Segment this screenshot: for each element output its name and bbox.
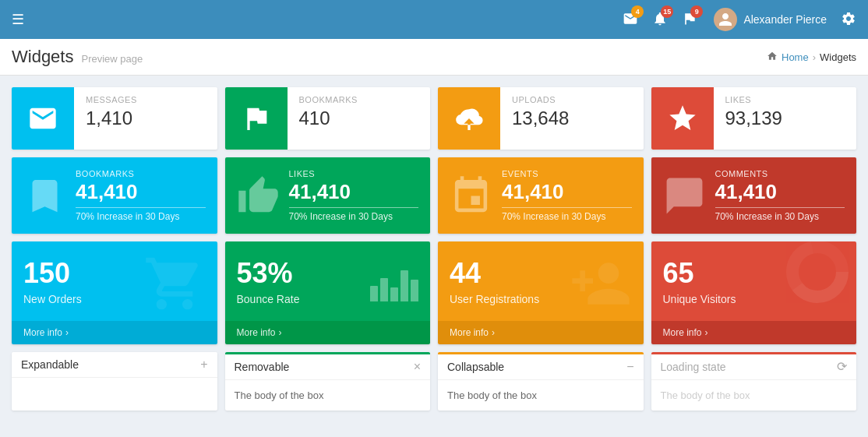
uploads-icon [453,103,485,134]
thumbsup-big-icon [237,174,280,217]
settings-icon-wrapper[interactable] [841,11,856,29]
card-orders: 150 New Orders More info › [12,241,217,344]
bookmarks-content: BOOKMARKS 410 [288,87,431,150]
visitors-more-info: More info [663,327,702,338]
bar-2 [380,278,388,301]
likes-icon-area [651,87,714,150]
user-menu[interactable]: Alexander Pierce [714,8,827,31]
expandable-title: Expandable [21,358,79,371]
header-icons: 4 15 9 Alexander Pierce [619,7,856,33]
app-header: ☰ 4 15 9 Alexander Pierce [0,0,868,39]
removable-body: The body of the box [225,380,431,411]
pie-bg-icon [786,241,849,305]
visitors-footer[interactable]: More info › [651,321,857,344]
messages-value: 1,410 [86,107,206,129]
envelope-icon [27,103,58,134]
likes-content: LIKES 93,139 [714,87,857,150]
colored-likes-label: LIKES [289,169,419,178]
orders-arrow: › [65,327,69,338]
colored-likes-sub: 70% Increase in 30 Days [289,211,419,222]
calendar-big-icon [450,174,492,217]
removable-header: Removable × [225,352,431,380]
colored-bookmarks-sub: 70% Increase in 30 Days [76,211,206,222]
expandable-header: Expandable + [12,352,217,378]
username-label: Alexander Pierce [743,13,827,26]
bookmarks-icon [241,103,272,134]
bounce-footer[interactable]: More info › [225,321,431,344]
collapsable-title: Collapsable [447,361,504,373]
collapsable-body: The body of the box [438,380,644,411]
bell-icon-wrapper[interactable]: 15 [648,7,672,33]
stat-row-1: MESSAGES 1,410 BOOKMARKS 410 UPLOADS 13,… [12,87,856,150]
colored-bookmarks-value: 41,410 [76,180,206,208]
colored-comments-sub: 70% Increase in 30 Days [715,211,845,222]
orders-footer[interactable]: More info › [12,321,217,344]
colored-bookmarks-content: BOOKMARKS 41,410 70% Increase in 30 Days [76,169,206,222]
colored-comments-content: COMMENTS 41,410 70% Increase in 30 Days [715,169,845,222]
orders-more-info: More info [23,327,62,338]
bookmark-big-icon [23,174,66,217]
home-icon [767,51,778,64]
bookmarks-value: 410 [299,107,419,129]
removable-title: Removable [235,361,290,373]
flag-icon-wrapper[interactable]: 9 [678,7,701,33]
loading-header: Loading state ⟳ [651,352,857,380]
likes-label: LIKES [725,95,845,104]
uploads-value: 13,648 [512,107,632,129]
messages-content: MESSAGES 1,410 [74,87,217,150]
bar-1 [370,286,378,301]
colored-likes-value: 41,410 [289,180,419,208]
colored-events-content: EVENTS 41,410 70% Increase in 30 Days [502,169,632,222]
likes-value: 93,139 [725,107,845,129]
loading-title: Loading state [661,361,726,373]
cart-bg-icon [143,252,206,317]
box-removable: Removable × The body of the box [225,352,431,411]
card-orders-body: 150 New Orders [12,241,217,321]
breadcrumb-bar: Widgets Preview page Home › Widgets [0,39,868,76]
collapsable-action[interactable]: − [626,361,633,373]
collapsable-header: Collapsable − [438,352,644,380]
breadcrumb: Home › Widgets [767,51,856,64]
colored-events-label: EVENTS [502,169,632,178]
bounce-chart [370,263,418,301]
uploads-content: UPLOADS 13,648 [500,87,644,150]
bar-4 [400,270,408,301]
bell-badge: 15 [661,5,673,18]
card-bounce: 53% Bounce Rate More info › [225,241,431,344]
colored-box-likes: LIKES 41,410 70% Increase in 30 Days [225,157,431,234]
mail-icon-wrapper[interactable]: 4 [619,7,642,33]
breadcrumb-current: Widgets [820,51,856,63]
bounce-more-info: More info [237,327,276,338]
main-content: MESSAGES 1,410 BOOKMARKS 410 UPLOADS 13,… [0,76,868,430]
box-loading: Loading state ⟳ The body of the box [651,352,857,411]
menu-icon[interactable]: ☰ [12,11,24,28]
messages-label: MESSAGES [86,95,206,104]
registrations-footer[interactable]: More info › [438,321,644,344]
colored-likes-content: LIKES 41,410 70% Increase in 30 Days [289,169,419,222]
expandable-action[interactable]: + [200,358,207,371]
card-registrations: 44 User Registrations More info › [438,241,644,344]
bookmarks-label: BOOKMARKS [299,95,419,104]
stat-box-likes: LIKES 93,139 [651,87,857,150]
colored-events-value: 41,410 [502,180,632,208]
bar-3 [390,287,398,301]
flag-badge: 9 [690,5,703,18]
colored-box-events: EVENTS 41,410 70% Increase in 30 Days [438,157,644,234]
breadcrumb-home-link[interactable]: Home [782,51,809,63]
registrations-more-info: More info [450,327,489,338]
box-expandable: Expandable + [12,352,217,411]
colored-box-comments: COMMENTS 41,410 70% Increase in 30 Days [651,157,857,234]
person-bg-icon [570,252,632,317]
colored-bookmarks-label: BOOKMARKS [76,169,206,178]
stat-row-2: BOOKMARKS 41,410 70% Increase in 30 Days… [12,157,856,234]
loading-action: ⟳ [837,361,847,373]
settings-icon [841,11,856,26]
stat-box-bookmarks: BOOKMARKS 410 [225,87,431,150]
registrations-arrow: › [492,327,495,338]
card-bounce-body: 53% Bounce Rate [225,241,431,321]
removable-action[interactable]: × [414,361,421,373]
box-panel-row: Expandable + Removable × The body of the… [12,352,856,411]
stat-box-messages: MESSAGES 1,410 [12,87,217,150]
card-visitors-body: 65 Unique Visitors [651,241,857,321]
bookmarks-icon-area [225,87,288,150]
